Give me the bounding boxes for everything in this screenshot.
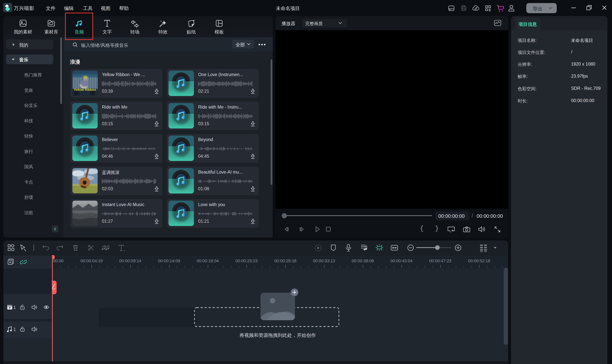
svg-text:Yellow Ribbon: Yellow Ribbon xyxy=(74,88,96,91)
